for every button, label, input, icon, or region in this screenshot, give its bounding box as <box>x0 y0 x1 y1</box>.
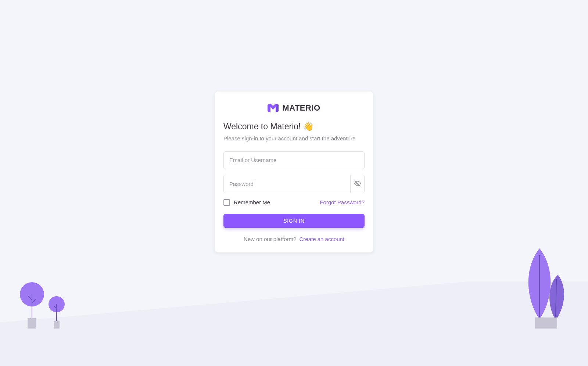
password-field-wrap <box>223 175 365 193</box>
brand-logo-icon <box>268 104 279 112</box>
brand: Materio <box>223 103 365 113</box>
svg-rect-8 <box>54 321 60 329</box>
sign-in-button[interactable]: Sign In <box>223 214 365 228</box>
svg-rect-11 <box>535 317 557 329</box>
checkbox-box-icon <box>223 199 230 206</box>
email-field-wrap <box>223 151 365 169</box>
eye-off-icon <box>354 180 361 188</box>
remember-me-label: Remember Me <box>234 199 270 205</box>
remember-me-checkbox[interactable]: Remember Me <box>223 199 270 206</box>
svg-rect-4 <box>28 318 36 329</box>
forgot-password-link[interactable]: Forgot Password? <box>320 199 365 205</box>
signup-prompt-text: New on our platform? <box>244 236 296 242</box>
email-field[interactable] <box>223 151 365 169</box>
toggle-password-visibility-button[interactable] <box>350 175 364 193</box>
signup-prompt: New on our platform? Create an account <box>223 236 365 242</box>
decor-tree-small <box>48 293 65 329</box>
password-field[interactable] <box>224 175 350 193</box>
page: Materio Welcome to Materio! 👋 Please sig… <box>0 0 588 366</box>
card-title: Welcome to Materio! 👋 <box>223 122 365 132</box>
remember-forgot-row: Remember Me Forgot Password? <box>223 199 365 206</box>
decor-tree-large <box>19 281 45 329</box>
decor-plant <box>521 245 569 329</box>
card-subtitle: Please sign-in to your account and start… <box>223 134 365 143</box>
brand-name: Materio <box>282 103 320 113</box>
create-account-link[interactable]: Create an account <box>300 236 345 242</box>
background-ground <box>0 281 588 366</box>
login-card: Materio Welcome to Materio! 👋 Please sig… <box>215 92 373 252</box>
